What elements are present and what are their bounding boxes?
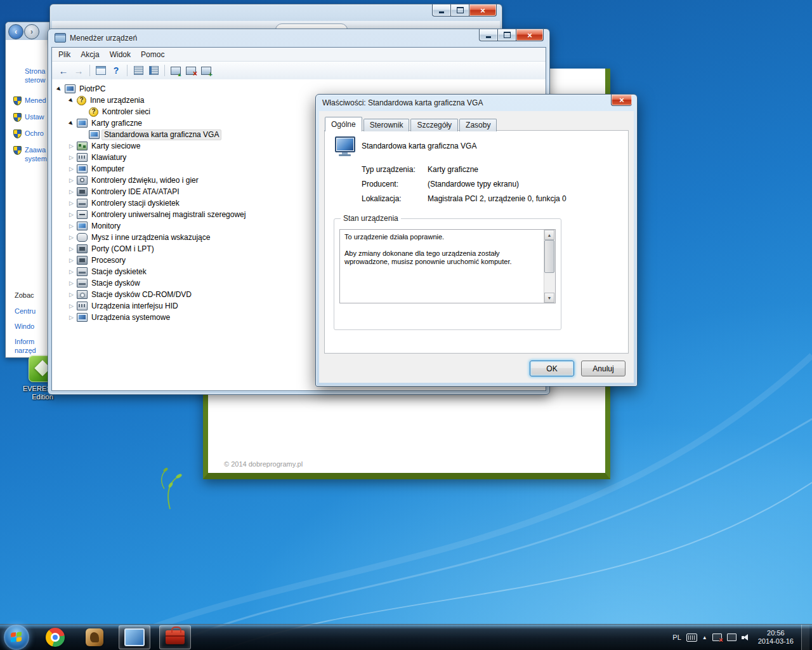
- expand-toggle-icon[interactable]: ▷: [67, 291, 76, 298]
- link-text-lines: Windo: [15, 322, 34, 331]
- menu-item-widok[interactable]: Widok: [105, 49, 136, 60]
- taskbar-app-button-2[interactable]: [79, 626, 110, 649]
- window-caption-buttons: ×: [479, 29, 544, 41]
- tree-item-label: Procesory: [89, 256, 128, 265]
- tree-item-label: Inne urządzenia: [88, 96, 146, 105]
- device-properties: Typ urządzenia:Karty graficzneProducent:…: [362, 165, 566, 209]
- expand-toggle-icon[interactable]: ▷: [67, 257, 76, 263]
- uninstall-icon[interactable]: [184, 63, 198, 77]
- properties-icon[interactable]: [147, 63, 160, 77]
- expand-toggle-icon[interactable]: ▷: [67, 303, 76, 309]
- update-driver-icon[interactable]: [169, 63, 183, 77]
- sidebar-see-also-link[interactable]: Centru: [15, 307, 36, 315]
- close-button[interactable]: ×: [516, 29, 544, 41]
- ok-button[interactable]: OK: [530, 361, 574, 376]
- expand-toggle-icon[interactable]: ▷: [67, 234, 76, 241]
- taskbar-window-button-3[interactable]: [119, 625, 150, 649]
- minimize-button[interactable]: [479, 29, 497, 41]
- minimize-glyph: [439, 11, 444, 13]
- sidebar-see-also-link[interactable]: Windo: [15, 322, 36, 331]
- expand-toggle-icon[interactable]: ▷: [67, 143, 76, 149]
- expand-toggle-icon[interactable]: ▷: [67, 280, 76, 286]
- forward-icon[interactable]: [72, 63, 86, 77]
- scan-hardware-icon[interactable]: [199, 63, 213, 77]
- clock-date: 2014-03-16: [758, 637, 794, 646]
- tree-item-label: Kontrolery stacji dyskietek: [89, 199, 181, 208]
- collapse-toggle-icon[interactable]: ▶: [54, 84, 65, 95]
- hid-device-icon: [77, 302, 88, 310]
- expand-toggle-icon[interactable]: ▷: [67, 269, 76, 275]
- toolbar: [52, 62, 546, 80]
- volume-icon[interactable]: [742, 633, 750, 641]
- scrollbar-thumb[interactable]: [544, 240, 554, 273]
- maximize-button[interactable]: [450, 4, 469, 17]
- menu-item-pomoc[interactable]: Pomoc: [136, 49, 169, 60]
- clock[interactable]: 20:56 2014-03-16: [758, 629, 794, 646]
- expand-toggle-icon[interactable]: ▷: [67, 246, 76, 252]
- back-button[interactable]: ‹: [8, 24, 23, 39]
- vertical-scrollbar[interactable]: ▲ ▼: [544, 230, 555, 303]
- expand-toggle-icon[interactable]: ▷: [67, 200, 76, 206]
- device-status-box[interactable]: To urządzenie działa poprawnie.Aby zmian…: [339, 229, 556, 303]
- tree-item-label: Stacje dysków CD-ROM/DVD: [89, 290, 193, 300]
- back-icon[interactable]: [56, 63, 70, 77]
- scroll-up-button[interactable]: ▲: [544, 230, 554, 240]
- network-adapter-icon: [77, 142, 88, 150]
- scroll-down-button[interactable]: ▼: [544, 293, 554, 303]
- uac-shield-icon: [13, 146, 22, 155]
- computer-icon: [77, 164, 88, 173]
- taskbar-window-button-4[interactable]: [159, 625, 191, 649]
- show-hidden-icons-button[interactable]: ▲: [702, 635, 707, 640]
- keyboard-layout-icon[interactable]: [686, 633, 697, 642]
- console-window-icon[interactable]: [94, 63, 108, 77]
- minimize-button[interactable]: [432, 4, 450, 17]
- menu-item-plik[interactable]: Plik: [53, 49, 75, 60]
- collapse-toggle-icon[interactable]: ▶: [66, 118, 77, 129]
- expand-toggle-icon[interactable]: ▷: [67, 314, 76, 321]
- menu-item-akcja[interactable]: Akcja: [75, 49, 104, 60]
- menu-bar: PlikAkcjaWidokPomoc: [52, 48, 546, 62]
- close-button[interactable]: ×: [611, 95, 632, 106]
- tree-item[interactable]: ▶PiotrPC: [52, 83, 546, 95]
- display-tray-icon[interactable]: [727, 633, 737, 641]
- cancel-button[interactable]: Anuluj: [581, 361, 625, 376]
- expand-toggle-icon[interactable]: ▷: [67, 154, 76, 161]
- sidebar-see-also-link[interactable]: Informnarzęd: [15, 337, 36, 355]
- expand-toggle-icon[interactable]: ▷: [67, 189, 76, 195]
- forward-button[interactable]: ›: [24, 24, 39, 39]
- help-icon[interactable]: [109, 63, 123, 77]
- clock-time: 20:56: [758, 629, 794, 637]
- expand-toggle-icon[interactable]: ▷: [67, 223, 76, 229]
- collapse-toggle-icon[interactable]: ▶: [66, 95, 77, 106]
- expand-toggle-icon[interactable]: ▷: [67, 166, 76, 172]
- sidebar-home-link[interactable]: Strona sterow: [25, 67, 45, 84]
- start-button[interactable]: [4, 625, 29, 650]
- maximize-button[interactable]: [497, 29, 516, 41]
- tab-sterownik[interactable]: Sterownik: [363, 119, 410, 131]
- device-manager-icon: [55, 33, 66, 43]
- link-text-lines: Zaawasystem: [25, 145, 47, 163]
- unknown-device-icon: [89, 107, 98, 117]
- property-label: Typ urządzenia:: [362, 165, 428, 174]
- close-button[interactable]: ×: [469, 4, 497, 17]
- sidebar-task-link[interactable]: Zaawasystem: [13, 145, 47, 163]
- tab-zasoby[interactable]: Zasoby: [459, 119, 497, 131]
- toolbar-separator: [164, 65, 165, 76]
- tab-szczegóły[interactable]: Szczegóły: [410, 119, 458, 131]
- list-icon[interactable]: [131, 63, 145, 77]
- expand-toggle-icon[interactable]: ▷: [67, 177, 76, 183]
- sidebar-task-link[interactable]: Ustaw: [13, 112, 47, 122]
- language-indicator[interactable]: PL: [672, 633, 681, 641]
- sidebar-task-link[interactable]: Mened: [13, 96, 47, 105]
- show-desktop-button[interactable]: [801, 625, 809, 650]
- link-text-lines: Informnarzęd: [15, 337, 36, 355]
- cdrom-drive-icon: [77, 290, 88, 299]
- property-row: Lokalizacja:Magistrala PCI 2, urządzenie…: [362, 194, 566, 203]
- network-status-icon[interactable]: [712, 633, 722, 641]
- sidebar-task-link[interactable]: Ochro: [13, 129, 47, 138]
- tab-ogólne[interactable]: Ogólne: [325, 117, 362, 131]
- expand-toggle-icon[interactable]: ▷: [67, 211, 76, 218]
- property-value: Karty graficzne: [428, 165, 478, 174]
- taskbar-chrome-button[interactable]: [40, 626, 70, 649]
- floppy-drive-icon: [77, 267, 88, 276]
